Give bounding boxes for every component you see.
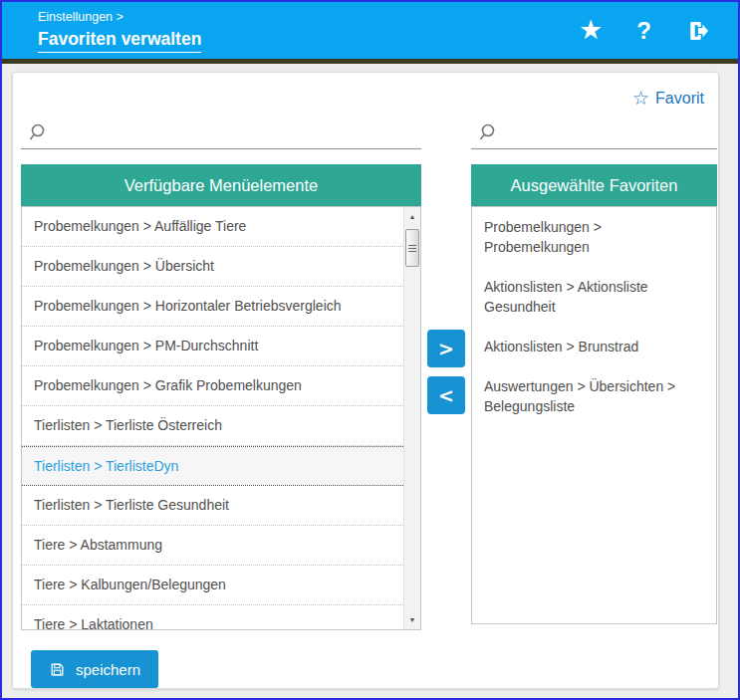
favorites-search-input[interactable] bbox=[503, 119, 717, 145]
favorites-star-icon[interactable]: ★ bbox=[579, 17, 603, 44]
favorit-row: ☆ Favorit bbox=[21, 73, 718, 117]
list-item[interactable]: Probemelkungen > Auffällige Tiere bbox=[22, 207, 403, 247]
available-items-container: Probemelkungen > Auffällige Tiere Probem… bbox=[22, 207, 403, 630]
transfer-controls: > < bbox=[421, 117, 471, 630]
grip-line bbox=[408, 251, 416, 252]
list-item-label: Probemelkungen > Übersicht bbox=[34, 258, 214, 274]
header-icon-bar: ★ ? bbox=[579, 2, 712, 59]
selected-favorites-list: Probemelkungen > Probemelkungen Aktionsl… bbox=[471, 206, 717, 624]
list-item[interactable]: Probemelkungen > PM-Durchschnitt bbox=[22, 327, 403, 366]
search-icon bbox=[27, 122, 47, 142]
list-item-label: Tiere > Kalbungen/Belegungen bbox=[34, 577, 226, 592]
available-search-box bbox=[21, 117, 421, 149]
list-item[interactable]: Auswertungen > Übersichten > Belegungsli… bbox=[472, 366, 716, 426]
list-item[interactable]: Tierlisten > Tierliste Gesundheit bbox=[22, 486, 403, 526]
move-left-button[interactable]: < bbox=[427, 376, 465, 414]
list-item-label: Aktionslisten > Brunstrad bbox=[484, 339, 638, 354]
list-item[interactable]: Tiere > Kalbungen/Belegungen bbox=[22, 566, 403, 605]
scroll-up-icon[interactable]: ▲ bbox=[404, 209, 420, 224]
save-disk-icon bbox=[49, 661, 66, 678]
list-item-label: Probemelkungen > Auffällige Tiere bbox=[34, 218, 246, 234]
list-item-label: Tierlisten > Tierliste Gesundheit bbox=[34, 497, 229, 513]
list-item-label: Probemelkungen > Horizontaler Betriebsve… bbox=[34, 298, 342, 314]
grip-line bbox=[408, 245, 416, 246]
search-icon bbox=[477, 122, 497, 142]
scroll-down-icon[interactable]: ▼ bbox=[404, 612, 420, 627]
list-item-label: Tiere > Abstammung bbox=[34, 537, 162, 553]
list-item-label: Tiere > Laktationen bbox=[34, 616, 153, 630]
list-item[interactable]: Aktionslisten > Brunstrad bbox=[472, 327, 716, 366]
save-button-label: speichern bbox=[76, 661, 140, 678]
list-item[interactable]: Tierlisten > Tierliste Österreich bbox=[22, 406, 403, 446]
app-header: Einstellungen > Favoriten verwalten ★ ? bbox=[2, 2, 738, 59]
available-search-input[interactable] bbox=[53, 119, 421, 145]
help-icon[interactable]: ? bbox=[636, 17, 651, 45]
logout-icon[interactable] bbox=[685, 19, 712, 43]
page-title: Favoriten verwalten bbox=[38, 29, 201, 53]
move-right-button[interactable]: > bbox=[427, 330, 465, 367]
favorit-link-label: Favorit bbox=[655, 90, 704, 108]
grip-line bbox=[408, 248, 416, 249]
scrollbar[interactable]: ▲ ▼ bbox=[403, 207, 420, 629]
star-outline-icon: ☆ bbox=[632, 89, 649, 108]
list-item-label: Aktionslisten > Aktionsliste Gesundheit bbox=[484, 279, 648, 315]
list-item-label: Probemelkungen > Probemelkungen bbox=[484, 219, 602, 255]
list-item[interactable]: Probemelkungen > Horizontaler Betriebsve… bbox=[22, 287, 403, 327]
available-panel: Verfügbare Menüelemente Probemelkungen >… bbox=[21, 117, 421, 630]
list-item[interactable]: Tiere > Abstammung bbox=[22, 526, 403, 566]
list-item[interactable]: Aktionslisten > Aktionsliste Gesundheit bbox=[472, 267, 716, 327]
available-menu-list: Probemelkungen > Auffällige Tiere Probem… bbox=[21, 206, 421, 630]
list-item[interactable]: Probemelkungen > Übersicht bbox=[22, 247, 403, 287]
content-card: ☆ Favorit Verfügbare Menüelemente Probem… bbox=[12, 72, 719, 689]
scrollbar-thumb[interactable] bbox=[405, 229, 419, 267]
favorites-items-container: Probemelkungen > Probemelkungen Aktionsl… bbox=[472, 207, 716, 426]
list-item-label: Probemelkungen > Grafik Probemelkungen bbox=[34, 377, 302, 393]
favorit-link[interactable]: ☆ Favorit bbox=[632, 89, 704, 108]
transfer-columns: Verfügbare Menüelemente Probemelkungen >… bbox=[21, 117, 718, 630]
list-item[interactable]: Probemelkungen > Probemelkungen bbox=[472, 207, 716, 267]
list-item-label: Auswertungen > Übersichten > Belegungsli… bbox=[484, 378, 675, 414]
list-item-label: Tierlisten > Tierliste Österreich bbox=[34, 417, 222, 433]
list-item[interactable]: Tierlisten > TierlisteDyn bbox=[22, 446, 403, 486]
selected-favorites-panel: Ausgewählte Favoriten Probemelkungen > P… bbox=[471, 117, 717, 630]
available-panel-header: Verfügbare Menüelemente bbox=[21, 164, 421, 206]
list-item[interactable]: Tiere > Laktationen bbox=[22, 605, 403, 630]
list-item-label: Tierlisten > TierlisteDyn bbox=[34, 458, 178, 474]
favorites-panel-header: Ausgewählte Favoriten bbox=[471, 164, 717, 206]
header-divider bbox=[2, 59, 738, 64]
save-button[interactable]: speichern bbox=[31, 650, 158, 688]
list-item-label: Probemelkungen > PM-Durchschnitt bbox=[34, 338, 258, 353]
list-item[interactable]: Probemelkungen > Grafik Probemelkungen bbox=[22, 366, 403, 406]
favorites-search-box bbox=[471, 117, 717, 149]
